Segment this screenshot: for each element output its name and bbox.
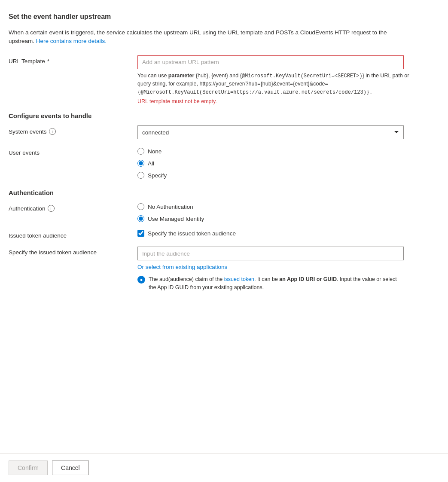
authentication-row: Authentication i No Authentication Use M… (9, 202, 439, 222)
issued-token-row: Issued token audience Specify the issued… (9, 230, 439, 239)
user-events-all-radio[interactable] (137, 160, 144, 167)
auth-managed-identity: Use Managed Identity (137, 215, 439, 222)
url-error-message: URL template must not be empty. (137, 98, 439, 104)
authentication-title: Authentication (9, 189, 439, 196)
confirm-button[interactable]: Confirm (9, 461, 48, 475)
system-events-label: System events i (9, 125, 137, 135)
url-template-row: URL Template * You can use parameter {hu… (9, 55, 439, 105)
select-existing-apps-link[interactable]: Or select from existing applications (137, 264, 439, 270)
user-events-none-radio[interactable] (137, 148, 144, 155)
audience-info-text: The aud(audience) claim of the issued to… (149, 275, 404, 292)
authentication-control: No Authentication Use Managed Identity (137, 202, 439, 222)
user-events-all-label[interactable]: All (148, 160, 154, 167)
authentication-label: Authentication i (9, 202, 137, 212)
specify-audience-control: Or select from existing applications ● T… (137, 247, 439, 292)
issued-token-control: Specify the issued token audience (137, 230, 439, 237)
auth-no-auth: No Authentication (137, 203, 439, 210)
system-events-dropdown[interactable]: connected disconnected connect (137, 125, 404, 139)
more-details-link[interactable]: Here contains more details. (36, 38, 107, 44)
authentication-section: Authentication Authentication i No Authe… (9, 189, 439, 292)
cancel-button[interactable]: Cancel (52, 461, 89, 475)
authentication-info-icon[interactable]: i (48, 205, 55, 212)
auth-managed-identity-label[interactable]: Use Managed Identity (148, 216, 204, 222)
footer-bar: Confirm Cancel (0, 453, 448, 482)
system-events-row: System events i connected disconnected c… (9, 125, 439, 139)
user-events-control: None All Specify (137, 147, 439, 179)
user-events-none: None (137, 148, 439, 155)
audience-info-box: ● The aud(audience) claim of the issued … (137, 275, 404, 292)
user-events-label: User events (9, 147, 137, 156)
auth-no-auth-label[interactable]: No Authentication (148, 204, 193, 210)
auth-no-auth-radio[interactable] (137, 203, 144, 210)
intro-text: When a certain event is triggered, the s… (9, 28, 395, 46)
user-events-none-label[interactable]: None (148, 148, 162, 155)
main-content: Set the event handler upstream When a ce… (0, 0, 448, 453)
auth-radio-group: No Authentication Use Managed Identity (137, 203, 439, 222)
system-events-control: connected disconnected connect (137, 125, 439, 139)
issued-token-checkbox-item: Specify the issued token audience (137, 230, 439, 237)
auth-managed-identity-radio[interactable] (137, 215, 144, 222)
info-dot-icon: ● (137, 276, 145, 284)
url-hint: You can use parameter {hub}, {event} and… (137, 72, 421, 97)
user-events-row: User events None All Specify (9, 147, 439, 179)
user-events-radio-group: None All Specify (137, 148, 439, 179)
url-template-input[interactable] (137, 55, 404, 69)
url-template-control: You can use parameter {hub}, {event} and… (137, 55, 439, 105)
system-events-info-icon[interactable]: i (49, 128, 56, 135)
issued-token-checkbox[interactable] (137, 230, 144, 237)
issued-token-checkbox-label[interactable]: Specify the issued token audience (148, 230, 236, 237)
specify-audience-row: Specify the issued token audience Or sel… (9, 247, 439, 292)
configure-events-section: Configure events to handle System events… (9, 112, 439, 179)
configure-events-title: Configure events to handle (9, 112, 439, 119)
url-template-label: URL Template * (9, 55, 137, 64)
user-events-specify-radio[interactable] (137, 172, 144, 179)
user-events-all: All (137, 160, 439, 167)
audience-input[interactable] (137, 247, 404, 260)
user-events-specify: Specify (137, 172, 439, 179)
issued-token-link[interactable]: issued token (224, 276, 254, 282)
page-title: Set the event handler upstream (9, 13, 439, 21)
user-events-specify-label[interactable]: Specify (148, 172, 167, 179)
issued-token-label: Issued token audience (9, 230, 137, 239)
specify-audience-label: Specify the issued token audience (9, 247, 137, 256)
